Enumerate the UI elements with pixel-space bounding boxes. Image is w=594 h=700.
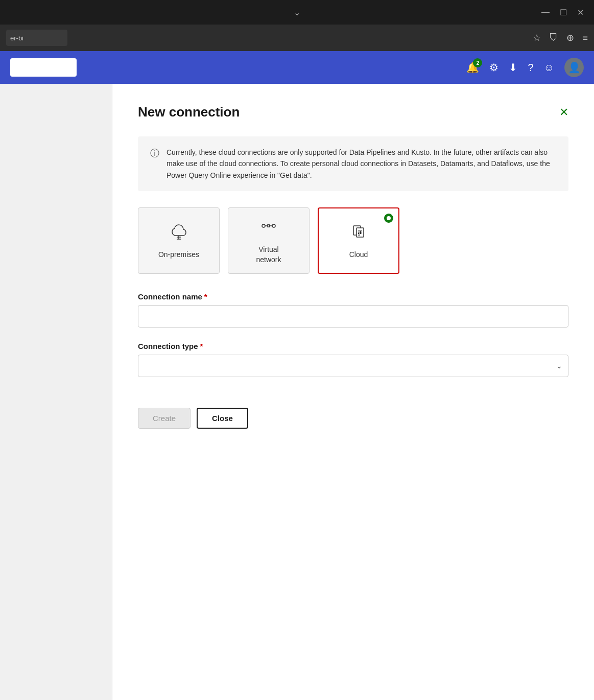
connection-type-cards: On-premises Virtual network	[138, 207, 568, 274]
notification-badge: 2	[473, 58, 482, 67]
action-buttons: Create Close	[138, 408, 568, 429]
virtual-network-label: Virtual network	[256, 245, 281, 265]
notification-bell[interactable]: 🔔 2	[466, 61, 479, 74]
connection-type-label: Connection type *	[138, 342, 568, 351]
cloud-label: Cloud	[349, 250, 368, 260]
connection-type-select[interactable]	[138, 355, 568, 377]
browser-titlebar: ⌄ — ☐ ✕	[0, 0, 594, 25]
dialog-close-button[interactable]: ✕	[559, 106, 568, 119]
minimize-button[interactable]: —	[541, 8, 550, 17]
dialog-title-row: New connection ✕	[138, 104, 568, 120]
settings-icon[interactable]: ⚙	[489, 61, 498, 74]
on-premises-icon	[170, 222, 188, 244]
user-avatar[interactable]: 👤	[564, 58, 584, 77]
dialog-content: New connection ✕ ⓘ Currently, these clou…	[112, 84, 594, 700]
svg-rect-7	[358, 232, 359, 234]
connection-type-field: Connection type * ⌄	[138, 342, 568, 377]
close-window-button[interactable]: ✕	[577, 8, 584, 17]
on-premises-label: On-premises	[158, 250, 199, 260]
connection-type-required: *	[200, 342, 203, 351]
address-bar[interactable]: er-bi	[6, 30, 67, 46]
restore-button[interactable]: ☐	[560, 8, 567, 17]
cloud-card-radio	[384, 214, 393, 223]
create-button[interactable]: Create	[138, 408, 191, 429]
help-icon[interactable]: ?	[528, 62, 533, 74]
extension-icon[interactable]: ⊕	[566, 32, 574, 43]
connection-type-select-wrapper[interactable]: ⌄	[138, 355, 568, 377]
svg-rect-8	[360, 231, 361, 234]
info-box: ⓘ Currently, these cloud connections are…	[138, 136, 568, 191]
feedback-icon[interactable]: ☺	[544, 62, 554, 74]
shield-icon[interactable]: ⛉	[549, 33, 558, 43]
app-header: 🔔 2 ⚙ ⬇ ? ☺ 👤	[0, 51, 594, 84]
connection-name-input[interactable]	[138, 305, 568, 328]
virtual-network-icon	[259, 217, 278, 239]
dialog-title: New connection	[138, 104, 240, 120]
close-button[interactable]: Close	[197, 408, 248, 429]
browser-toolbar: er-bi ☆ ⛉ ⊕ ≡	[0, 25, 594, 51]
app-logo	[10, 58, 77, 77]
bookmark-icon[interactable]: ☆	[533, 32, 541, 43]
info-text: Currently, these cloud connections are o…	[167, 147, 556, 181]
info-icon: ⓘ	[150, 147, 159, 181]
cloud-icon	[349, 222, 368, 244]
svg-point-1	[272, 224, 275, 227]
connection-name-label: Connection name *	[138, 292, 568, 301]
connection-name-required: *	[204, 292, 207, 301]
menu-icon[interactable]: ≡	[582, 33, 588, 43]
sidebar	[0, 84, 112, 700]
on-premises-card[interactable]: On-premises	[138, 207, 220, 274]
svg-point-0	[262, 224, 265, 227]
titlebar-chevron: ⌄	[294, 8, 300, 17]
virtual-network-card[interactable]: Virtual network	[228, 207, 310, 274]
connection-name-field: Connection name *	[138, 292, 568, 342]
cloud-card[interactable]: Cloud	[318, 207, 399, 274]
download-icon[interactable]: ⬇	[509, 61, 517, 74]
main-area: New connection ✕ ⓘ Currently, these clou…	[0, 84, 594, 700]
